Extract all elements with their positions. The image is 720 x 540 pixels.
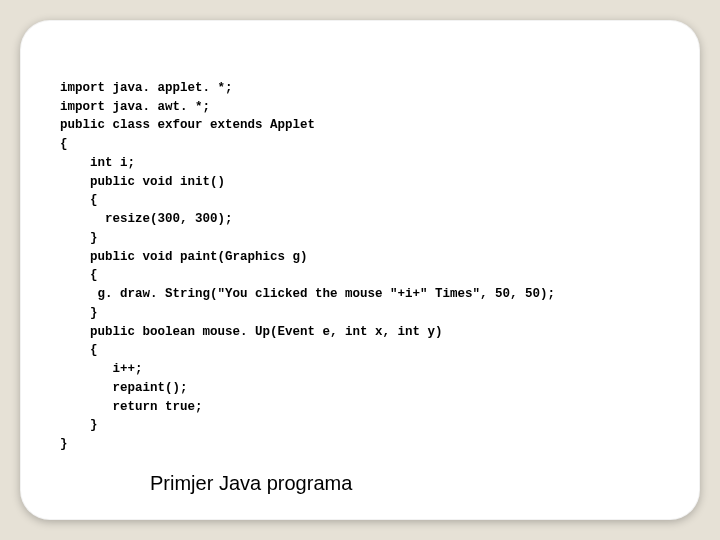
code-line: { bbox=[60, 343, 98, 357]
code-line: g. draw. String("You clicked the mouse "… bbox=[60, 287, 555, 301]
code-line: return true; bbox=[60, 400, 203, 414]
code-line: i++; bbox=[60, 362, 143, 376]
code-line: public class exfour extends Applet bbox=[60, 118, 315, 132]
code-block: import java. applet. *; import java. awt… bbox=[60, 60, 660, 454]
slide-card: import java. applet. *; import java. awt… bbox=[20, 20, 700, 520]
code-line: int i; bbox=[60, 156, 135, 170]
code-line: } bbox=[60, 418, 98, 432]
code-line: public void paint(Graphics g) bbox=[60, 250, 308, 264]
slide-caption: Primjer Java programa bbox=[150, 472, 660, 495]
code-line: import java. applet. *; bbox=[60, 81, 233, 95]
code-line: { bbox=[60, 193, 98, 207]
code-line: } bbox=[60, 306, 98, 320]
code-line: { bbox=[60, 137, 68, 151]
code-line: public boolean mouse. Up(Event e, int x,… bbox=[60, 325, 443, 339]
code-line: repaint(); bbox=[60, 381, 188, 395]
code-line: public void init() bbox=[60, 175, 225, 189]
code-line: } bbox=[60, 231, 98, 245]
code-line: resize(300, 300); bbox=[60, 212, 233, 226]
code-line: } bbox=[60, 437, 68, 451]
code-line: import java. awt. *; bbox=[60, 100, 210, 114]
code-line: { bbox=[60, 268, 98, 282]
